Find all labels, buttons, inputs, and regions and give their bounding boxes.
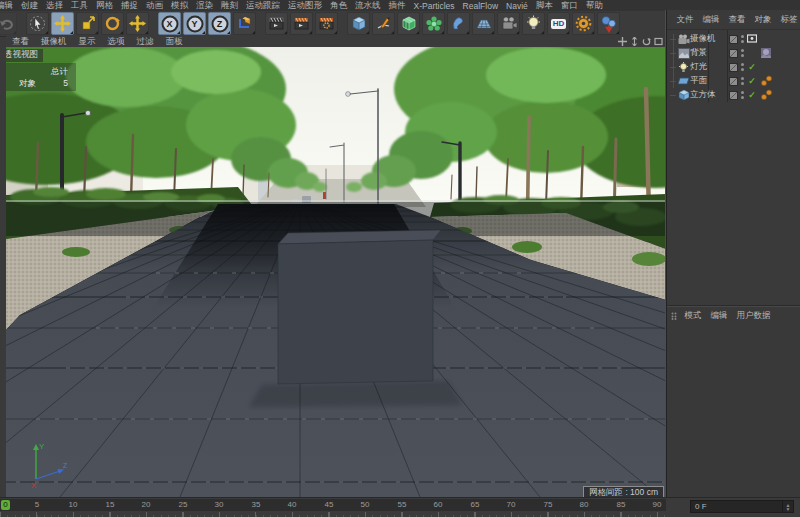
frame-tick-label: 65 xyxy=(464,500,486,509)
am-menu-edit[interactable]: 编辑 xyxy=(706,310,732,322)
menu-item-script[interactable]: 脚本 xyxy=(532,0,557,11)
om-menu-view[interactable]: 查看 xyxy=(724,14,750,26)
menu-item-create[interactable]: 创建 xyxy=(17,0,42,11)
visibility-dots[interactable] xyxy=(741,91,744,99)
frame-tick-label: 80 xyxy=(573,500,595,509)
image-tag[interactable] xyxy=(760,47,772,59)
vp-menu-panel[interactable]: 面板 xyxy=(160,36,189,48)
rotate-tool-button[interactable] xyxy=(101,12,124,35)
scale-tool-button[interactable] xyxy=(76,12,99,35)
hd-render-button[interactable]: HD xyxy=(547,12,570,35)
menu-item-plugins[interactable]: 插件 xyxy=(385,0,410,11)
rotate-view-icon[interactable] xyxy=(642,37,651,46)
visibility-dots[interactable] xyxy=(741,63,744,71)
menu-item-select[interactable]: 选择 xyxy=(42,0,67,11)
phong-tag[interactable] xyxy=(760,75,773,87)
object-manager: 文件 编辑 查看 对象 标签 书签 摄像机 xyxy=(667,10,800,102)
menu-item-pipeline[interactable]: 流水线 xyxy=(351,0,385,11)
viewport-scene[interactable]: 透视视图 总计 对象5 网格间距 : 100 cm Y Z X xyxy=(6,47,666,497)
visibility-dots[interactable] xyxy=(741,35,744,43)
menu-item-simulate[interactable]: 模拟 xyxy=(167,0,192,11)
lock-z-axis-button[interactable]: Z xyxy=(208,12,231,35)
object-row-plane[interactable]: 平面 ✓ xyxy=(667,74,800,88)
menu-item-xparticles[interactable]: X-Particles xyxy=(410,1,459,11)
frame-number-field[interactable]: 0 F ▲▼ xyxy=(690,500,794,513)
add-array-button[interactable] xyxy=(422,12,445,35)
render-picture-viewer-button[interactable] xyxy=(290,12,313,35)
menu-item-mesh[interactable]: 网格 xyxy=(92,0,117,11)
visibility-dots[interactable] xyxy=(741,49,744,57)
add-environment-button[interactable] xyxy=(472,12,495,35)
am-menu-mode[interactable]: 模式 xyxy=(680,310,706,322)
vp-menu-filter[interactable]: 过滤 xyxy=(131,36,160,48)
coordinate-system-button[interactable] xyxy=(233,12,256,35)
frame-spinner[interactable]: ▲▼ xyxy=(782,501,793,512)
object-row-cube[interactable]: 立方体 ✓ xyxy=(667,88,800,102)
lock-y-axis-button[interactable]: Y xyxy=(183,12,206,35)
add-camera-button[interactable] xyxy=(497,12,520,35)
render-settings-button[interactable] xyxy=(315,12,338,35)
menu-item-navie[interactable]: Navié xyxy=(502,1,532,11)
layer-swatch[interactable] xyxy=(729,49,738,58)
vp-menu-view[interactable]: 查看 xyxy=(6,36,35,48)
menu-item-character[interactable]: 角色 xyxy=(326,0,351,11)
z-axis-icon xyxy=(211,15,229,33)
om-menu-objects[interactable]: 对象 xyxy=(750,14,776,26)
menu-item-realflow[interactable]: RealFlow xyxy=(459,1,502,11)
object-row-background[interactable]: 背景 xyxy=(667,46,800,60)
object-row-camera[interactable]: 摄像机 xyxy=(667,32,800,46)
menu-item-tools[interactable]: 工具 xyxy=(67,0,92,11)
menu-item-help[interactable]: 帮助 xyxy=(582,0,607,11)
layer-swatch[interactable] xyxy=(729,63,738,72)
toggle-view-icon[interactable] xyxy=(654,37,663,46)
perspective-view-label[interactable]: 透视视图 xyxy=(6,49,43,62)
current-frame-marker[interactable]: 0 xyxy=(1,500,10,510)
enable-check[interactable]: ✓ xyxy=(746,63,758,72)
add-spline-button[interactable] xyxy=(372,12,395,35)
enable-check[interactable]: ✓ xyxy=(746,77,758,86)
mograph-button[interactable] xyxy=(572,12,595,35)
object-row-light[interactable]: 灯光 ✓ xyxy=(667,60,800,74)
menu-item-animate[interactable]: 动画 xyxy=(142,0,167,11)
move-icon xyxy=(129,15,146,32)
menu-item-sculpt[interactable]: 雕刻 xyxy=(217,0,242,11)
layer-swatch[interactable] xyxy=(729,91,738,100)
add-light-button[interactable] xyxy=(522,12,545,35)
am-menu-userdata[interactable]: 用户数据 xyxy=(732,310,775,322)
render-view-button[interactable] xyxy=(265,12,288,35)
timeline-tick-strip[interactable] xyxy=(0,511,666,517)
layer-swatch[interactable] xyxy=(729,77,738,86)
last-tool-move-button[interactable] xyxy=(126,12,149,35)
add-deformer-button[interactable] xyxy=(447,12,470,35)
om-menu-edit[interactable]: 编辑 xyxy=(698,14,724,26)
lock-x-axis-button[interactable]: X xyxy=(158,12,181,35)
simulate-button[interactable] xyxy=(597,12,620,35)
menu-item-mograph[interactable]: 运动图形 xyxy=(284,0,326,11)
om-menu-file[interactable]: 文件 xyxy=(672,14,698,26)
live-selection-button[interactable] xyxy=(26,12,49,35)
camera-view-toggle[interactable] xyxy=(746,34,758,45)
panel-grip-icon[interactable] xyxy=(671,312,679,320)
timeline-ruler[interactable]: 0 5 10 15 20 25 30 35 40 45 50 55 60 65 … xyxy=(0,499,666,511)
vp-menu-cameras[interactable]: 摄像机 xyxy=(35,36,73,48)
enable-check[interactable]: ✓ xyxy=(746,91,758,100)
move-tool-button[interactable] xyxy=(51,12,74,35)
menu-item-render[interactable]: 渲染 xyxy=(192,0,217,11)
cube-object[interactable] xyxy=(249,230,462,407)
phong-tag[interactable] xyxy=(760,89,773,101)
menu-item-window[interactable]: 窗口 xyxy=(557,0,582,11)
hud-objects-value: 5 xyxy=(36,77,76,89)
om-menu-tags[interactable]: 标签 xyxy=(776,14,800,26)
pan-view-icon[interactable] xyxy=(618,37,627,46)
menu-item-edit[interactable]: 编辑 xyxy=(0,0,17,11)
add-generator-button[interactable] xyxy=(397,12,420,35)
add-cube-button[interactable] xyxy=(347,12,370,35)
menu-item-snap[interactable]: 捕捉 xyxy=(117,0,142,11)
vp-menu-options[interactable]: 选项 xyxy=(102,36,131,48)
zoom-view-icon[interactable] xyxy=(630,37,639,46)
menu-item-motion-tracker[interactable]: 运动跟踪 xyxy=(242,0,284,11)
undo-button[interactable] xyxy=(0,12,17,35)
vp-menu-display[interactable]: 显示 xyxy=(73,36,102,48)
layer-swatch[interactable] xyxy=(729,35,738,44)
visibility-dots[interactable] xyxy=(741,77,744,85)
